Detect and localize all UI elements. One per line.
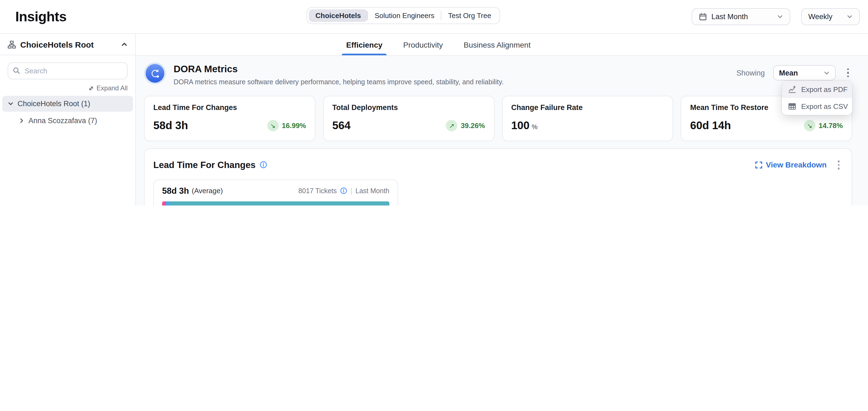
expand-corners-icon	[755, 162, 763, 169]
chevron-down-icon	[824, 70, 829, 76]
chart-export-icon	[788, 85, 796, 94]
metric-value: 60d 14h	[690, 119, 731, 132]
export-menu: Export as PDF Export as CSV	[782, 81, 852, 115]
trend-badge: ↗ 39.26%	[446, 120, 485, 131]
tree-node-label: Anna Scozzafava (7)	[29, 116, 97, 125]
metric-title: Change Failure Rate	[511, 103, 664, 112]
granularity-select[interactable]: Weekly	[801, 8, 860, 25]
sidebar-root-label: ChoiceHotels Root	[20, 40, 117, 49]
collapse-sidebar-button[interactable]	[121, 41, 128, 47]
export-as-pdf-label: Export as PDF	[801, 85, 847, 94]
tree-node-choicehotels-root[interactable]: ChoiceHotels Root (1)	[2, 96, 133, 112]
tickets-count: 8017 Tickets	[298, 187, 337, 195]
dora-metrics-header: DORA Metrics DORA metrics measure softwa…	[144, 62, 852, 86]
chevron-down-icon[interactable]	[8, 101, 14, 107]
showing-label: Showing	[736, 69, 765, 77]
phase-progress-bar	[162, 201, 390, 205]
tab-business-alignment[interactable]: Business Alignment	[463, 34, 531, 55]
dora-more-options-button[interactable]	[844, 66, 852, 80]
metric-card-total-deployments[interactable]: Total Deployments 564 ↗ 39.26%	[323, 96, 495, 141]
trend-badge: ↘ 16.99%	[267, 120, 306, 131]
expand-diagonal-icon	[88, 85, 94, 91]
trend-delta: 14.78%	[819, 122, 843, 130]
metric-value: 58d 3h	[153, 119, 188, 132]
info-icon[interactable]	[340, 187, 347, 194]
metric-card-lead-time[interactable]: Lead Time For Changes 58d 3h ↘ 16.99%	[144, 96, 315, 141]
chart-more-options-button[interactable]	[834, 158, 843, 172]
top-bar: Insights ChoiceHotels Solution Engineers…	[0, 0, 868, 34]
export-as-pdf-item[interactable]: Export as PDF	[782, 81, 852, 98]
section-tabs: Efficiency Productivity Business Alignme…	[136, 34, 868, 56]
view-breakdown-label: View Breakdown	[766, 161, 827, 169]
dora-cycle-icon	[144, 62, 166, 84]
metric-title: Lead Time For Changes	[153, 103, 306, 112]
metric-card-change-failure-rate[interactable]: Change Failure Rate 100%	[502, 96, 673, 141]
average-value: 58d 3h	[162, 186, 189, 196]
table-icon	[788, 102, 796, 110]
chevron-right-icon[interactable]	[19, 118, 25, 124]
progress-segment-planning	[162, 201, 166, 205]
search-input[interactable]	[8, 62, 128, 79]
org-tab-solution-engineers[interactable]: Solution Engineers	[368, 9, 441, 22]
sidebar-header: ChoiceHotels Root	[0, 34, 135, 55]
date-range-select[interactable]: Last Month	[692, 8, 790, 25]
export-as-csv-label: Export as CSV	[801, 102, 848, 110]
org-tree-sidebar: ChoiceHotels Root Expand All	[0, 34, 136, 205]
text-divider: |	[350, 187, 352, 195]
metric-unit: %	[532, 123, 537, 131]
trend-up-icon: ↗	[446, 120, 458, 131]
trend-delta: 39.26%	[461, 122, 485, 130]
trend-badge: ↘ 14.78%	[804, 120, 843, 131]
aggregation-value: Mean	[779, 69, 798, 77]
chart-card-title: Lead Time For Changes	[153, 160, 256, 170]
org-switcher: ChoiceHotels Solution Engineers Test Org…	[307, 7, 500, 24]
chevron-down-icon	[777, 14, 783, 20]
tree-node-label: ChoiceHotels Root (1)	[18, 100, 90, 108]
org-tab-choicehotels[interactable]: ChoiceHotels	[309, 9, 368, 22]
trend-delta: 16.99%	[282, 122, 306, 130]
calendar-icon	[699, 12, 707, 21]
progress-segment-deployment	[170, 201, 390, 205]
period-label: Last Month	[355, 187, 390, 195]
expand-all-label: Expand All	[97, 84, 128, 92]
trend-down-icon: ↘	[267, 120, 278, 131]
metric-cards-row: Lead Time For Changes 58d 3h ↘ 16.99% To…	[144, 96, 852, 141]
granularity-value: Weekly	[808, 12, 842, 21]
trend-down-icon: ↘	[804, 120, 815, 131]
date-range-value: Last Month	[711, 12, 773, 21]
progress-segment-review	[166, 201, 170, 205]
metric-value: 100	[511, 119, 530, 131]
metric-title: Total Deployments	[333, 103, 485, 112]
average-suffix: (Average)	[192, 186, 223, 195]
export-as-csv-item[interactable]: Export as CSV	[782, 98, 852, 115]
page-title: Insights	[16, 9, 66, 25]
tree-node-anna-scozzafava[interactable]: Anna Scozzafava (7)	[2, 113, 133, 129]
aggregation-select[interactable]: Mean	[773, 65, 835, 80]
search-icon	[12, 67, 20, 77]
chevron-down-icon	[847, 14, 852, 20]
dora-description: DORA metrics measure software delivery p…	[174, 78, 503, 86]
dora-title: DORA Metrics	[174, 64, 503, 75]
average-summary-box: 58d 3h (Average) 8017 Tickets | Last Mon…	[153, 179, 398, 205]
lead-time-chart-card: Lead Time For Changes View Breakdown	[144, 148, 852, 205]
view-breakdown-button[interactable]: View Breakdown	[755, 161, 827, 169]
org-tree-icon	[8, 40, 16, 48]
tab-productivity[interactable]: Productivity	[402, 34, 444, 55]
tab-efficiency[interactable]: Efficiency	[345, 34, 383, 55]
metric-value: 564	[333, 119, 351, 132]
info-icon[interactable]	[259, 161, 267, 169]
expand-all-button[interactable]: Expand All	[8, 84, 128, 92]
org-tab-test-org-tree[interactable]: Test Org Tree	[441, 9, 498, 22]
